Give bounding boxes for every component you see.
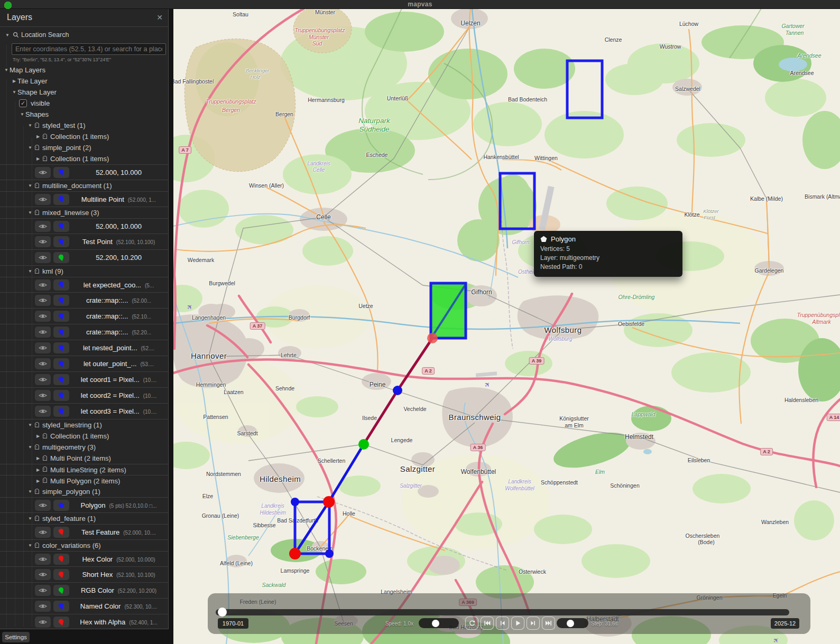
- eye-visibility-button[interactable]: [35, 390, 51, 401]
- shape-row[interactable]: let nested_point...(52....: [0, 340, 168, 356]
- shape-row[interactable]: Test Feature(52.000, 10....: [0, 524, 168, 540]
- eye-visibility-button[interactable]: [35, 406, 51, 417]
- tree-group-row[interactable]: ▼Shape Layer: [0, 87, 168, 98]
- tree-group-row[interactable]: ▼Map Layers: [0, 64, 168, 76]
- chevron-down-icon[interactable]: ▼: [27, 183, 33, 188]
- map-shape-dot[interactable]: [291, 498, 299, 506]
- map-shape-dot[interactable]: [289, 548, 301, 559]
- eye-visibility-button[interactable]: [35, 374, 51, 385]
- polygon-icon-button[interactable]: [53, 500, 69, 511]
- map-shape-dot[interactable]: [427, 333, 438, 343]
- eye-visibility-button[interactable]: [35, 342, 51, 353]
- step-slider-handle[interactable]: [567, 620, 574, 627]
- eye-visibility-button[interactable]: [35, 311, 51, 322]
- tree-group-row[interactable]: ▼simple_polygon (1): [0, 486, 168, 497]
- close-icon[interactable]: ✕: [156, 13, 163, 22]
- chevron-down-icon[interactable]: ▼: [27, 269, 33, 274]
- tree-group-row[interactable]: ▼multigeometry (3): [0, 442, 168, 453]
- marker-icon-button[interactable]: [53, 406, 69, 417]
- shape-row[interactable]: crate::map::...(52.20...: [0, 324, 168, 340]
- play-button[interactable]: [511, 617, 524, 630]
- speed-slider[interactable]: [419, 618, 459, 628]
- marker-icon-button[interactable]: [53, 236, 69, 247]
- tree-group-row[interactable]: ▶Collection (1 items): [0, 431, 168, 442]
- tree-group-row[interactable]: ▼Shapes: [0, 109, 168, 120]
- marker-icon-button[interactable]: [53, 279, 69, 291]
- marker-icon-button[interactable]: [53, 326, 69, 338]
- shape-row[interactable]: Hex Color(52.000, 10.000): [0, 551, 168, 567]
- step-forward-button[interactable]: [527, 617, 540, 630]
- tree-group-row[interactable]: ▶Multi Polygon (2 items): [0, 475, 168, 486]
- speed-slider-handle[interactable]: [432, 620, 439, 627]
- eye-visibility-button[interactable]: [35, 295, 51, 306]
- eye-visibility-button[interactable]: [35, 500, 51, 511]
- step-slider[interactable]: [557, 618, 588, 628]
- visibility-row[interactable]: ✓visible: [0, 98, 168, 109]
- chevron-down-icon[interactable]: ▼: [27, 423, 33, 427]
- eye-visibility-button[interactable]: [35, 167, 51, 178]
- shape-row[interactable]: Polygon(5 pts) 52.0,10.0 □...: [0, 497, 168, 513]
- chevron-down-icon[interactable]: ▼: [27, 145, 33, 150]
- shape-row[interactable]: Multiline Point(52.000, 1...: [0, 191, 168, 207]
- shape-row[interactable]: 52.200, 10.200: [0, 250, 168, 266]
- shape-row[interactable]: Test Point(52.100, 10.100): [0, 234, 168, 250]
- tree-group-row[interactable]: ▼simple_point (2): [0, 142, 168, 153]
- eye-visibility-button[interactable]: [35, 194, 51, 205]
- chevron-right-icon[interactable]: ▶: [35, 156, 41, 161]
- shape-row[interactable]: Short Hex(52.100, 10.100): [0, 567, 168, 583]
- search-input[interactable]: [12, 43, 166, 55]
- chevron-down-icon[interactable]: ▼: [27, 489, 33, 494]
- eye-visibility-button[interactable]: [35, 252, 51, 263]
- marker-icon-button[interactable]: [53, 311, 69, 322]
- shape-row[interactable]: crate::map::...(52.00...: [0, 293, 168, 309]
- chevron-right-icon[interactable]: ▶: [35, 479, 41, 483]
- skip-end-button[interactable]: [542, 617, 555, 630]
- tree-group-row[interactable]: ▼styled_linestring (1): [0, 419, 168, 431]
- shape-row[interactable]: 52.000, 10.000: [0, 164, 168, 180]
- settings-button[interactable]: Settings: [2, 632, 30, 642]
- tree-group-row[interactable]: ▼styled_test (1): [0, 120, 168, 131]
- chevron-down-icon[interactable]: ▼: [27, 445, 33, 450]
- marker-icon-button[interactable]: [53, 390, 69, 401]
- marker-icon-button[interactable]: [53, 527, 69, 538]
- map-shape-dot[interactable]: [358, 439, 369, 450]
- eye-visibility-button[interactable]: [35, 527, 51, 538]
- shape-row[interactable]: let coord1 = Pixel...(10....: [0, 372, 168, 388]
- map-shape-dot[interactable]: [325, 549, 334, 558]
- tree-group-row[interactable]: ▼multiline_document (1): [0, 180, 168, 191]
- chevron-right-icon[interactable]: ▶: [35, 434, 41, 438]
- marker-icon-button[interactable]: [53, 295, 69, 306]
- chevron-down-icon[interactable]: ▼: [27, 516, 33, 521]
- chevron-down-icon[interactable]: ▼: [27, 210, 33, 215]
- shape-row[interactable]: let coord3 = Pixel...(10....: [0, 404, 168, 419]
- marker-icon-button[interactable]: [53, 167, 69, 178]
- marker-icon-button[interactable]: [53, 554, 69, 565]
- marker-icon-button[interactable]: [53, 358, 69, 369]
- timeline-track[interactable]: [216, 609, 789, 615]
- map-shape-rect[interactable]: [567, 61, 602, 118]
- marker-icon-button[interactable]: [53, 585, 69, 596]
- tree-group-row[interactable]: ▶Multi Point (2 items): [0, 453, 168, 464]
- tree-group-row[interactable]: ▶Collection (1 items): [0, 153, 168, 164]
- location-search-section[interactable]: ▼ Location Search: [4, 31, 69, 39]
- eye-visibility-button[interactable]: [35, 358, 51, 369]
- chevron-right-icon[interactable]: ▶: [11, 79, 17, 83]
- eye-visibility-button[interactable]: [35, 585, 51, 596]
- tree-group-row[interactable]: ▼mixed_linewise (3): [0, 207, 168, 218]
- shape-row[interactable]: Hex with Alpha(52.400, 1...: [0, 614, 168, 629]
- tree-group-row[interactable]: ▼color_variations (6): [0, 540, 168, 551]
- marker-icon-button[interactable]: [53, 617, 69, 628]
- visible-checkbox[interactable]: ✓: [19, 99, 27, 107]
- map-shape-dot[interactable]: [393, 386, 402, 395]
- shape-row[interactable]: let outer_point_...(53....: [0, 356, 168, 372]
- chevron-down-icon[interactable]: ▼: [11, 90, 17, 95]
- tree-group-row[interactable]: ▼kml (9): [0, 266, 168, 277]
- map-shape-rect[interactable]: [500, 173, 534, 229]
- tree-group-row[interactable]: ▼styled_feature (1): [0, 513, 168, 524]
- shape-row[interactable]: Named Color(52.300, 10....: [0, 599, 168, 614]
- eye-visibility-button[interactable]: [35, 569, 51, 580]
- skip-start-button[interactable]: [481, 617, 494, 630]
- shape-row[interactable]: 52.000, 10.000: [0, 218, 168, 234]
- marker-icon-button[interactable]: [53, 252, 69, 263]
- chevron-down-icon[interactable]: ▼: [27, 123, 33, 128]
